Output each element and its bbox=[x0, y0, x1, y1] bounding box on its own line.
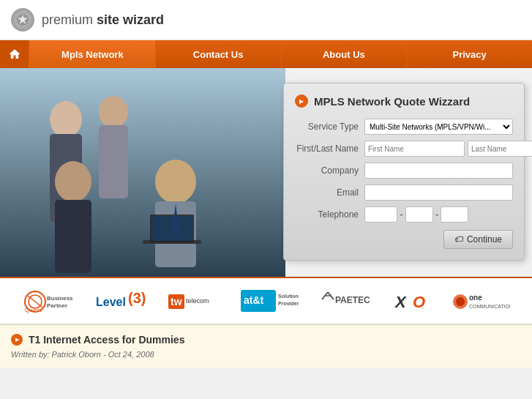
quote-form: MPLS Network Quote Wizzard Service Type … bbox=[283, 83, 525, 261]
continue-button[interactable]: 🏷 Continue bbox=[443, 230, 513, 249]
xo-logo-svg: X O . bbox=[394, 288, 430, 314]
service-type-select[interactable]: Multi-Site Networks (MPLS/VPN/Wi... bbox=[364, 119, 513, 135]
level3-logo-svg: Level (3) bbox=[94, 288, 146, 314]
logo-text: premium site wizard bbox=[42, 12, 164, 28]
svg-rect-10 bbox=[55, 200, 91, 273]
svg-rect-13 bbox=[151, 216, 192, 241]
svg-text:Provider: Provider bbox=[278, 301, 299, 306]
logo-pre-text: premium bbox=[42, 12, 97, 27]
partner-tw[interactable]: tw telecom bbox=[168, 286, 219, 316]
svg-text:at&t: at&t bbox=[244, 294, 264, 306]
article-title[interactable]: T1 Internet Access for Dummies bbox=[29, 334, 184, 346]
svg-point-38 bbox=[456, 297, 465, 306]
article-meta: Written by: Patrick Oborn - Oct 24, 2008 bbox=[11, 350, 521, 359]
form-title-row: MPLS Network Quote Wizzard bbox=[295, 94, 513, 108]
nav-item-privacy[interactable]: Privacy bbox=[406, 40, 532, 68]
name-inputs bbox=[364, 141, 532, 157]
partner-qwest[interactable]: Business Partner Qwest bbox=[22, 286, 73, 316]
nav-item-contact[interactable]: Contact Us bbox=[155, 40, 281, 68]
partner-xo[interactable]: X O . bbox=[394, 286, 430, 316]
continue-row: 🏷 Continue bbox=[295, 230, 513, 249]
service-type-label: Service Type bbox=[295, 122, 364, 132]
telephone-row: Telephone - - bbox=[295, 206, 513, 223]
email-label: Email bbox=[295, 187, 364, 198]
svg-point-3 bbox=[50, 101, 82, 138]
svg-text:telecom: telecom bbox=[186, 297, 209, 305]
att-logo-svg: at&t Solution Provider bbox=[240, 286, 299, 316]
svg-point-7 bbox=[155, 160, 196, 204]
svg-text:Partner: Partner bbox=[47, 302, 67, 309]
home-icon bbox=[8, 48, 21, 61]
hero-section: MPLS Network Quote Wizzard Service Type … bbox=[0, 68, 532, 277]
telephone-label: Telephone bbox=[295, 209, 364, 220]
svg-text:one: one bbox=[469, 294, 482, 302]
company-label: Company bbox=[295, 165, 364, 176]
svg-point-9 bbox=[55, 161, 91, 202]
nav-item-about[interactable]: About Us bbox=[281, 40, 407, 68]
svg-text:COMMUNICATIONS: COMMUNICATIONS bbox=[469, 304, 510, 309]
article-header: T1 Internet Access for Dummies bbox=[11, 334, 521, 346]
tel-line-input[interactable] bbox=[441, 206, 468, 223]
people-svg bbox=[0, 68, 285, 277]
star-icon bbox=[15, 12, 30, 27]
company-row: Company bbox=[295, 163, 513, 179]
last-name-input[interactable] bbox=[468, 141, 532, 157]
partners-bar: Business Partner Qwest Level (3) tw tele… bbox=[0, 277, 532, 324]
service-type-row: Service Type Multi-Site Networks (MPLS/V… bbox=[295, 119, 513, 135]
partner-att[interactable]: at&t Solution Provider bbox=[240, 286, 299, 316]
one-logo-svg: one COMMUNICATIONS bbox=[452, 288, 510, 314]
nav-items: Mpls Network Contact Us About Us Privacy bbox=[29, 40, 532, 68]
svg-text:(3): (3) bbox=[128, 290, 146, 306]
svg-rect-2 bbox=[0, 68, 285, 277]
first-name-input[interactable] bbox=[364, 141, 465, 157]
email-row: Email bbox=[295, 184, 513, 201]
logo-bold-text: site wizard bbox=[97, 12, 164, 27]
nav-home-button[interactable] bbox=[0, 40, 29, 68]
telephone-inputs: - - bbox=[364, 206, 513, 223]
email-input[interactable] bbox=[364, 184, 513, 201]
svg-rect-6 bbox=[99, 125, 128, 198]
tel-prefix-input[interactable] bbox=[405, 206, 433, 223]
form-title-text: MPLS Network Quote Wizzard bbox=[314, 95, 470, 108]
name-label: First/Last Name bbox=[295, 143, 364, 154]
name-row: First/Last Name bbox=[295, 141, 513, 157]
svg-text:PAETEC: PAETEC bbox=[335, 295, 370, 305]
continue-label: Continue bbox=[467, 234, 502, 245]
header: premium site wizard bbox=[0, 0, 532, 40]
paetec-logo-svg: PAETEC bbox=[321, 288, 372, 314]
partner-paetec[interactable]: PAETEC bbox=[321, 286, 372, 316]
svg-text:O: O bbox=[413, 293, 425, 311]
svg-text:Solution: Solution bbox=[278, 294, 299, 299]
article-icon bbox=[11, 334, 23, 346]
tag-icon: 🏷 bbox=[454, 234, 463, 245]
nav-item-mpls[interactable]: Mpls Network bbox=[29, 40, 155, 68]
svg-text:Level: Level bbox=[96, 296, 126, 308]
svg-text:Business: Business bbox=[47, 295, 73, 302]
form-title-icon bbox=[295, 94, 308, 108]
tel-area-input[interactable] bbox=[364, 206, 397, 223]
svg-point-5 bbox=[99, 96, 128, 128]
qwest-logo-svg: Business Partner Qwest bbox=[22, 288, 73, 314]
partner-one[interactable]: one COMMUNICATIONS bbox=[452, 286, 510, 316]
article-section: T1 Internet Access for Dummies Written b… bbox=[0, 324, 532, 368]
hero-image bbox=[0, 68, 285, 277]
logo-icon bbox=[11, 8, 34, 31]
svg-text:X: X bbox=[394, 293, 407, 311]
company-input[interactable] bbox=[364, 163, 513, 179]
tw-logo-svg: tw telecom bbox=[168, 288, 219, 314]
svg-text:.: . bbox=[422, 304, 423, 310]
svg-text:Qwest: Qwest bbox=[25, 307, 42, 313]
svg-text:tw: tw bbox=[171, 296, 182, 307]
nav-bar: Mpls Network Contact Us About Us Privacy bbox=[0, 40, 532, 68]
partner-level3[interactable]: Level (3) bbox=[94, 286, 146, 316]
